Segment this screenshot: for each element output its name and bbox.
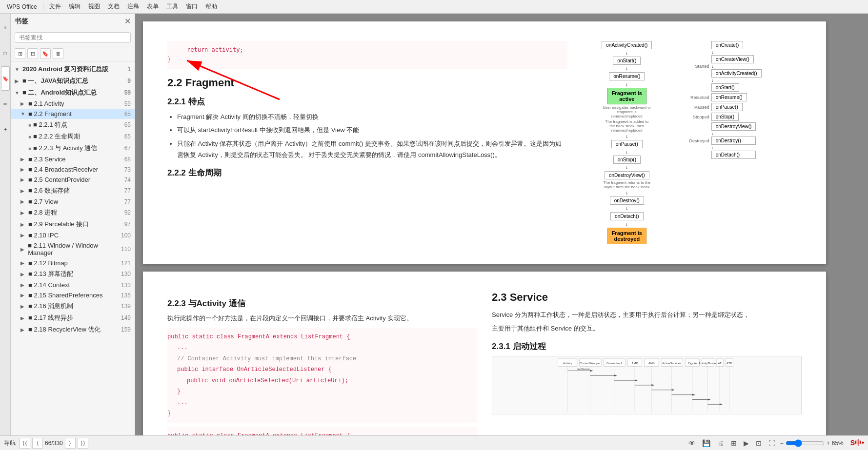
- content-area[interactable]: return activity; } 2.2 Fragment 2.2.1 特点…: [135, 14, 868, 435]
- toc-page-10: 74: [119, 176, 131, 183]
- toc-item-9[interactable]: ▶■ 2.4 BroadcastReceiver73: [11, 164, 135, 175]
- left-tab-bookmark[interactable]: 🔖: [1, 66, 10, 91]
- toc-item-2[interactable]: ▼■ 二、Android知识点汇总59: [11, 87, 135, 98]
- toc-item-12[interactable]: ▶■ 2.7 View77: [11, 196, 135, 207]
- toc-arrow-21: ▶: [20, 304, 26, 309]
- sidebar-search-input[interactable]: [15, 32, 131, 43]
- toc-item-0[interactable]: ▼2020 Android 复习资料汇总版1: [11, 63, 135, 75]
- toolbar-tools[interactable]: 表单: [144, 1, 161, 12]
- toc-item-6[interactable]: ■■ 2.2.2 生命周期65: [11, 131, 135, 142]
- toc-item-11[interactable]: ▶■ 2.6 数据存储77: [11, 185, 135, 196]
- toc-label-8: ■ 2.3 Service: [28, 156, 66, 163]
- toc-page-15: 100: [119, 232, 131, 239]
- toc-item-13[interactable]: ▶■ 2.8 进程92: [11, 207, 135, 218]
- left-tab-3[interactable]: ✏: [1, 92, 10, 116]
- toc-item-4[interactable]: ▼■ 2.2 Fragment65: [11, 109, 135, 119]
- right-node-onpause2: onPause(): [711, 103, 743, 111]
- toc-item-23[interactable]: ▶■ 2.18 RecyclerView 优化159: [11, 324, 135, 335]
- toc-page-9: 73: [119, 166, 131, 173]
- toc-page-16: 110: [119, 246, 131, 253]
- nav-first-button[interactable]: ⟨⟨: [20, 438, 30, 449]
- lifecycle-diagram-left: onActivityCreated() ↓ onStart() ↓ onResu…: [577, 41, 677, 244]
- toc-item-3[interactable]: ▶■ 2.1 Activity59: [11, 98, 135, 109]
- right-node-oncreate: onCreate(): [711, 41, 744, 49]
- columns-icon[interactable]: ⊞: [729, 438, 739, 448]
- toolbar-help[interactable]: 窗口: [183, 1, 201, 12]
- toolbar-edit[interactable]: 文件: [46, 1, 64, 12]
- toc-label-12: ■ 2.7 View: [28, 198, 58, 205]
- toolbar-file[interactable]: WPS Office: [4, 2, 40, 11]
- toc-item-10[interactable]: ▶■ 2.5 ContentProvider74: [11, 175, 135, 185]
- code-line-3: // Container Activity must implement thi…: [167, 353, 477, 364]
- toolbar-extra[interactable]: 帮助: [202, 1, 220, 12]
- toc-page-12: 77: [119, 198, 131, 205]
- toc-item-8[interactable]: ▶■ 2.3 Service68: [11, 154, 135, 164]
- node-fragment-destroyed: Fragment isdestroyed: [607, 228, 646, 244]
- toolbar-doc[interactable]: 视图: [85, 1, 103, 12]
- nav-guide-label: 导航: [4, 439, 16, 447]
- fit-icon[interactable]: ⊡: [754, 438, 764, 448]
- toc-label-6: ■ 2.2.2 生命周期: [33, 132, 80, 141]
- fullscreen-icon[interactable]: ⛶: [767, 438, 777, 448]
- toc-item-1[interactable]: ▶■ 一、JAVA知识点汇总9: [11, 75, 135, 87]
- code-line-2: ...: [167, 342, 477, 353]
- toc-leaf-7: ■: [28, 146, 31, 151]
- zoom-level: 65%: [832, 440, 844, 447]
- nav-last-button[interactable]: ⟩⟩: [78, 438, 88, 449]
- toc-label-4: ■ 2.2 Fragment: [28, 110, 72, 117]
- bookmark-delete-button[interactable]: 🗑: [53, 48, 63, 59]
- toc-page-0: 1: [119, 66, 131, 73]
- toolbar-view[interactable]: 编辑: [66, 1, 83, 12]
- activity-comm-desc: 执行此操作的一个好方法是，在片段内定义一个回调接口，并要求宿主 Activity…: [167, 313, 477, 324]
- toc-page-19: 133: [119, 282, 131, 289]
- left-tab-1[interactable]: ≡: [1, 16, 10, 40]
- node-ondestroy: onDestroy(): [610, 196, 644, 205]
- page2-left: 2.2.3 与Activity 通信 执行此操作的一个好方法是，在片段内定义一个…: [167, 291, 477, 435]
- svg-marker-46: [707, 399, 710, 401]
- toc-arrow-1: ▶: [15, 78, 20, 84]
- toc-item-16[interactable]: ▶■ 2.11 Window / Window Manager110: [11, 240, 135, 258]
- nav-prev-button[interactable]: ⟨: [32, 438, 43, 449]
- toc-item-19[interactable]: ▶■ 2.14 Context133: [11, 280, 135, 290]
- toc-item-14[interactable]: ▶■ 2.9 Parcelable 接口97: [11, 218, 135, 230]
- collapse-all-button[interactable]: ⊟: [27, 48, 38, 59]
- toolbar-annotation[interactable]: 文档: [105, 1, 122, 12]
- toolbar-window[interactable]: 工具: [163, 1, 181, 12]
- sidebar-close-button[interactable]: ✕: [124, 17, 131, 26]
- lifecycle-note-2: The fragment is added to the back stack,…: [603, 119, 651, 133]
- toolbar-form[interactable]: 注释: [124, 1, 142, 12]
- toc-arrow-13: ▶: [20, 210, 26, 215]
- code-line-4: public interface OnArticleSelectedListen…: [167, 364, 477, 375]
- eye-icon[interactable]: 👁: [686, 438, 697, 448]
- toc-item-21[interactable]: ▶■ 2.16 消息机制139: [11, 300, 135, 312]
- toc-item-5[interactable]: ■■ 2.2.1 特点65: [11, 119, 135, 131]
- print-icon[interactable]: 🖨: [715, 438, 726, 448]
- toc-item-15[interactable]: ▶■ 2.10 IPC100: [11, 230, 135, 240]
- page-current: 66: [45, 440, 51, 447]
- toc-item-18[interactable]: ▶■ 2.13 屏幕适配130: [11, 268, 135, 280]
- play-icon[interactable]: ▶: [742, 438, 751, 448]
- svg-text:ActivityThread: ActivityThread: [699, 362, 717, 365]
- save-icon[interactable]: 💾: [700, 438, 712, 448]
- toc-label-23: ■ 2.18 RecyclerView 优化: [28, 325, 101, 334]
- toc-item-22[interactable]: ▶■ 2.17 线程异步149: [11, 312, 135, 324]
- nav-next-button[interactable]: ⟩: [65, 438, 76, 449]
- bookmark-add-button[interactable]: 🔖: [40, 48, 51, 59]
- zoom-in-button[interactable]: +: [827, 440, 830, 447]
- node-oncreated: onActivityCreated(): [602, 41, 652, 49]
- svg-text:AMP: AMP: [632, 362, 638, 365]
- toc-item-7[interactable]: ■■ 2.2.3 与 Activity 通信67: [11, 142, 135, 154]
- toc-item-20[interactable]: ▶■ 2.15 SharedPreferences135: [11, 290, 135, 300]
- left-tab-2[interactable]: □: [1, 41, 10, 65]
- left-tab-4[interactable]: ✦: [1, 117, 10, 141]
- left-tabs: ≡ □ 🔖 ✏ ✦: [0, 14, 11, 435]
- expand-all-button[interactable]: ⊞: [15, 48, 25, 59]
- top-toolbar: WPS Office 文件 编辑 视图 文档 注释 表单 工具 窗口 帮助: [0, 0, 868, 14]
- toc-label-21: ■ 2.16 消息机制: [28, 302, 73, 311]
- toc-label-20: ■ 2.15 SharedPreferences: [28, 292, 102, 299]
- zoom-out-button[interactable]: −: [780, 440, 784, 447]
- toc-item-17[interactable]: ▶■ 2.12 Bitmap121: [11, 258, 135, 268]
- zoom-slider[interactable]: [786, 439, 825, 447]
- code-line-b1: public static class FragmentA extends Li…: [167, 430, 477, 435]
- toc-label-3: ■ 2.1 Activity: [28, 100, 64, 107]
